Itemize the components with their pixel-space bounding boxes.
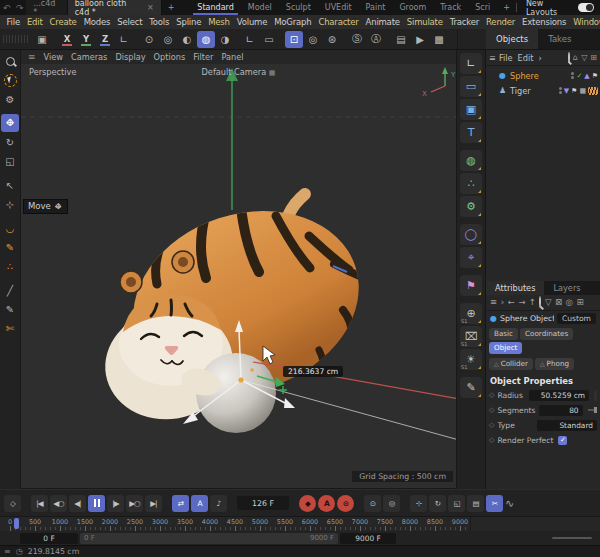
gizmo-center[interactable] [238,377,243,382]
menu-mesh[interactable]: Mesh [205,17,234,27]
value-slider[interactable] [588,409,597,411]
simulate-scene-icon[interactable]: Ⓢ [348,31,366,48]
viewport-canvas[interactable]: Y X [21,64,456,488]
menu-simulate[interactable]: Simulate [403,17,446,27]
axis-locator-icon[interactable]: ∟ [460,53,482,74]
range-end-field[interactable]: 9000 F [340,533,396,544]
fcurve-icon[interactable]: ∿ [505,497,514,510]
menu-tools[interactable]: Tools [146,17,173,27]
home-icon[interactable]: ⌂ [573,53,578,62]
record-selection-icon[interactable]: ◎ [383,495,400,512]
draw-tool-icon[interactable]: ✎ [1,238,19,256]
checker-tag-icon[interactable]: ▦ [579,87,586,95]
camera-label[interactable]: Default Camera ▦ [21,67,456,77]
keyframe-icon[interactable]: ◇ [4,495,21,512]
flag-tag-icon[interactable]: ⚑ [592,72,598,80]
material-pen-icon[interactable]: ✎ [460,377,482,398]
subdivision-surface-icon[interactable]: ◍ [460,150,482,171]
autokey-icon[interactable]: A [318,495,335,512]
viewport-menu-cameras[interactable]: Cameras [67,52,111,62]
new-layouts-toggle[interactable] [578,3,594,12]
transform-tool-icon[interactable]: ↖ [1,176,19,194]
prev-key-icon[interactable]: ◀○ [50,495,67,512]
live-selection-icon[interactable] [1,71,19,89]
render-queue-icon[interactable]: ▤ [392,31,410,48]
objects-menu-edit[interactable]: Edit [518,53,534,63]
menu-spline[interactable]: Spline [173,17,205,27]
property-field[interactable]: Standard [537,420,597,431]
spline-oval-icon[interactable]: ◯ [460,224,482,245]
menu-animate[interactable]: Animate [362,17,403,27]
search-icon[interactable] [539,297,541,307]
menu-extensions[interactable]: Extensions [519,17,570,27]
add-document-tab[interactable]: + [162,3,181,12]
forward-icon[interactable]: → [518,297,525,307]
multi-tweak-icon[interactable]: ⊹ [1,195,19,213]
layout-tab-uvedit[interactable]: UVEdit [318,0,359,15]
sound-icon[interactable]: ♪ [210,495,227,512]
objects-menu-[interactable]: › [538,53,541,63]
motext-icon[interactable]: T [460,122,482,143]
z-axis-lock[interactable]: Z [96,31,114,48]
axis-mode-icon[interactable]: ∟ [241,31,259,48]
loop-icon[interactable]: ⇄ [172,495,189,512]
enabled-check-icon[interactable]: ✓ [576,72,582,80]
tab-coordinates[interactable]: Coordinates [520,328,573,340]
layout-tab-sculpt[interactable]: Sculpt [279,0,318,15]
export-icon[interactable]: ⊞ [577,297,584,307]
menu-icon[interactable]: ≡ [490,297,497,307]
cloth-tag-icon[interactable]: ▼ [564,87,569,95]
menu-edit[interactable]: Edit [23,17,46,27]
key-position-icon[interactable]: ⊹ [410,495,427,512]
document-tab[interactable]: balloon cloth c4d *× [68,0,162,15]
light-icon[interactable]: ☀S1 [460,349,482,370]
menu-render[interactable]: Render [483,17,519,27]
objects-menu-file[interactable]: File [499,53,513,63]
object-row-sphere[interactable]: ●Sphere✓▲⚑ [486,68,600,83]
goto-end-icon[interactable]: ▶| [145,495,162,512]
range-start-field[interactable]: 0 F [20,533,78,544]
pause-icon[interactable] [88,495,105,512]
menu-volume[interactable]: Volume [233,17,270,27]
instance-icon[interactable]: ⌖ [460,247,482,268]
menu-window[interactable]: Window [570,17,600,27]
timeline-playhead[interactable] [14,518,19,529]
render-team-icon[interactable]: ▩ [430,31,448,48]
target-icon[interactable]: ◎ [566,297,573,307]
objects-menu-icon[interactable]: ≡ [489,53,496,63]
coordinate-system-icon[interactable]: ▣ [33,31,51,48]
render-view-icon[interactable]: ⊙ [140,31,158,48]
goto-start-icon[interactable]: |◀ [31,495,48,512]
character-manager-icon[interactable]: ♟ [455,31,457,48]
menu-modes[interactable]: Modes [80,17,114,27]
document-tab[interactable]: ...c4d * [26,0,67,15]
layout-tab-scri[interactable]: Scri [468,0,497,15]
simulate-autokey-icon[interactable]: Ⓐ [367,31,385,48]
timeline-ruler[interactable]: 0500100015002000250030003500400045005000… [0,517,471,531]
mode-dropdown[interactable]: Custom [557,313,596,324]
viewport-menu-filter[interactable]: Filter [189,52,217,62]
toolbar-grip[interactable] [3,35,29,43]
ripple-edit-icon[interactable]: ✂ [486,495,503,512]
record-keyframe-icon[interactable]: ◆ [299,495,316,512]
snap-icon[interactable]: ⊡ [285,31,303,48]
palette-grip[interactable] [457,29,486,49]
viewport-menu-display[interactable]: Display [111,52,149,62]
interactive-render-icon[interactable]: ◍ [197,31,215,48]
menu-file[interactable]: File [3,17,23,27]
tab-phong[interactable]: △Phong [535,358,574,370]
scale-tool-icon[interactable]: ◱ [1,152,19,170]
search-icon[interactable] [568,53,570,62]
layout-tab-track[interactable]: Track [433,0,468,15]
render-perfect-checkbox[interactable]: ✓ [558,436,567,445]
grid-snap-icon[interactable]: ⊛ [323,31,341,48]
move-tool-icon[interactable]: ↔↕ [1,114,19,132]
status-menu-icon[interactable]: ≡ [4,547,11,556]
spline-rect-icon[interactable]: ▭ [460,76,482,97]
back-icon[interactable]: ← [508,297,515,307]
layout-tab-model[interactable]: Model [241,0,279,15]
flag-tag-icon[interactable]: ⚑ [571,87,577,95]
export-icon[interactable]: ⊞ [590,53,597,62]
tab-takes[interactable]: Takes [538,29,581,49]
camera-icon[interactable]: ⌧S1 [460,326,482,347]
